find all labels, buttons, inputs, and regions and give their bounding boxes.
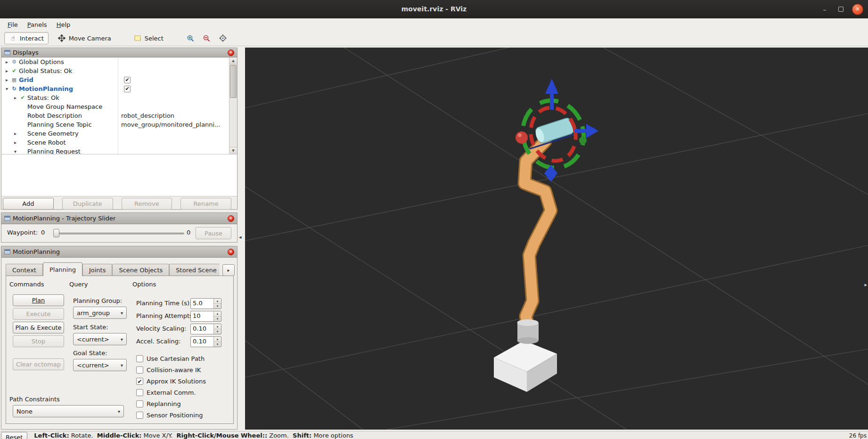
planning-attempts-spinbox[interactable]: 10▴▾: [190, 311, 221, 322]
menu-item-panels[interactable]: Panels: [23, 20, 52, 30]
spin-down-button[interactable]: ▾: [214, 342, 221, 347]
tab-stored-scene[interactable]: Stored Scene: [169, 264, 220, 276]
external-comm-checkbox[interactable]: [136, 389, 143, 396]
replanning-checkbox[interactable]: [136, 400, 143, 407]
duplicate-button[interactable]: Duplicate: [62, 198, 113, 210]
menu-item-file[interactable]: File: [3, 20, 23, 30]
expander-icon[interactable]: ▸: [12, 129, 19, 138]
interact-tool-button[interactable]: ☝ Interact: [4, 32, 49, 44]
expander-icon[interactable]: ▸: [12, 93, 19, 102]
use-cartesian-path-checkbox[interactable]: [136, 355, 143, 362]
marker-handle-green-sphere[interactable]: [579, 137, 587, 144]
reset-button[interactable]: Reset: [1, 432, 27, 439]
spin-up-button[interactable]: ▴: [214, 324, 221, 329]
clear-octomap-button[interactable]: Clear octomap: [13, 358, 64, 370]
marker-handle-red-sphere[interactable]: [516, 131, 528, 144]
arrow-right-head[interactable]: [586, 124, 598, 138]
zoom-in-tool-button[interactable]: [185, 33, 197, 44]
tree-row[interactable]: ▸Scene Geometry: [1, 129, 229, 138]
arrow-up-head[interactable]: [545, 79, 558, 94]
splitter-right-arrow[interactable]: ▸: [864, 282, 867, 288]
spin-up-button[interactable]: ▴: [214, 337, 221, 342]
tab-joints[interactable]: Joints: [82, 264, 113, 276]
arrow-up-shaft[interactable]: [550, 93, 554, 110]
expander-icon[interactable]: ▸: [3, 57, 10, 66]
trajectory-slider[interactable]: [53, 228, 184, 238]
spin-down-button[interactable]: ▾: [214, 329, 221, 334]
tree-row-value[interactable]: robot_description: [121, 111, 174, 120]
add-button[interactable]: Add: [3, 198, 54, 210]
display-enabled-checkbox[interactable]: ✔: [124, 86, 131, 92]
sensor-positioning-checkbox[interactable]: [136, 412, 143, 419]
tab-context[interactable]: Context: [6, 264, 43, 276]
planning-time-s-spinbox[interactable]: 5.0▴▾: [190, 298, 221, 309]
tree-row[interactable]: ▸Scene Robot: [1, 138, 229, 147]
arrow-right-shaft[interactable]: [575, 129, 587, 133]
expander-icon[interactable]: ▸: [3, 66, 10, 75]
tree-row[interactable]: ▸▦Grid✔: [1, 75, 229, 84]
tree-row[interactable]: ▸✔Global Status: Ok: [1, 66, 229, 75]
scroll-down-button[interactable]: ▼: [229, 147, 237, 154]
tree-row[interactable]: Move Group Namespace: [1, 102, 229, 111]
tree-row[interactable]: ▸✔Status: Ok: [1, 93, 229, 102]
select-tool-button[interactable]: Select: [129, 32, 168, 44]
panel-close-button[interactable]: ✕: [228, 215, 234, 222]
zoom-out-tool-button[interactable]: [201, 33, 213, 44]
spin-down-button[interactable]: ▾: [214, 304, 221, 309]
tree-row[interactable]: ▾Planning Request: [1, 147, 229, 154]
planning-group-select[interactable]: arm_group▾: [73, 307, 127, 319]
tree-row[interactable]: ▾↻MotionPlanning✔: [1, 84, 229, 93]
menu-item-help[interactable]: Help: [52, 20, 75, 30]
motion-planning-panel-header[interactable]: MotionPlanning ✕: [1, 246, 237, 258]
start-state-select[interactable]: <current>▾: [73, 333, 127, 345]
expander-icon[interactable]: ▸: [12, 138, 19, 147]
spin-up-button[interactable]: ▴: [214, 311, 221, 317]
close-window-button[interactable]: ✕: [852, 4, 863, 15]
plan-button[interactable]: Plan: [13, 294, 64, 306]
tree-row[interactable]: Planning Scene Topicmove_group/monitored…: [1, 120, 229, 129]
tab-scene-objects[interactable]: Scene Objects: [112, 264, 169, 276]
3d-scene-canvas[interactable]: [245, 48, 868, 430]
pause-button[interactable]: Pause: [196, 227, 231, 239]
accel-scaling-label: Accel. Scaling:: [136, 338, 180, 345]
tab-scroll-right-button[interactable]: ▸: [222, 264, 235, 276]
expander-icon[interactable]: ▾: [12, 147, 19, 154]
slider-track[interactable]: [53, 233, 184, 235]
focus-camera-tool-button[interactable]: [217, 33, 229, 44]
tree-row-value[interactable]: move_group/monitored_planni...: [121, 120, 221, 129]
trajectory-panel-header[interactable]: MotionPlanning - Trajectory Slider ✕: [1, 213, 237, 224]
goal-state-select[interactable]: <current>▾: [73, 359, 127, 371]
tab-planning[interactable]: Planning: [43, 262, 82, 276]
minimize-button[interactable]: –: [820, 5, 829, 14]
menubar: FilePanelsHelp: [0, 18, 868, 31]
panel-close-button[interactable]: ✕: [228, 49, 234, 56]
panel-close-button[interactable]: ✕: [228, 249, 234, 255]
plan-execute-button[interactable]: Plan & Execute: [13, 322, 64, 333]
scroll-up-button[interactable]: ▲: [229, 57, 237, 65]
rename-button[interactable]: Rename: [180, 198, 231, 210]
splitter-left-arrow[interactable]: ◂: [239, 234, 242, 241]
velocity-scaling-spinbox[interactable]: 0.10▴▾: [190, 324, 221, 334]
approx-ik-solutions-checkbox[interactable]: ✔: [136, 378, 143, 385]
collision-aware-ik-checkbox[interactable]: [136, 366, 143, 374]
tree-row[interactable]: Robot Descriptionrobot_description: [1, 111, 229, 120]
stop-button[interactable]: Stop: [13, 335, 64, 347]
spin-up-button[interactable]: ▴: [214, 299, 221, 304]
accel-scaling-spinbox[interactable]: 0.10▴▾: [190, 336, 221, 347]
display-enabled-checkbox[interactable]: ✔: [124, 77, 131, 83]
spin-down-button[interactable]: ▾: [214, 317, 221, 321]
tree-scrollbar[interactable]: ▲ ▼: [229, 57, 237, 154]
maximize-button[interactable]: [836, 5, 845, 14]
slider-handle[interactable]: [53, 229, 59, 237]
3d-viewport[interactable]: ▸: [245, 48, 868, 430]
scroll-thumb[interactable]: [230, 65, 237, 98]
remove-button[interactable]: Remove: [122, 198, 172, 210]
move-camera-tool-button[interactable]: Move Camera: [53, 32, 116, 44]
path-constraints-select[interactable]: None ▾: [13, 405, 124, 417]
tree-row[interactable]: ▸⚙Global Options: [1, 57, 229, 66]
titlebar[interactable]: moveit.rviz - RViz – ✕: [0, 0, 868, 18]
displays-panel-header[interactable]: Displays ✕: [1, 48, 237, 57]
execute-button[interactable]: Execute: [13, 308, 64, 320]
expander-icon[interactable]: ▾: [3, 84, 10, 93]
expander-icon[interactable]: ▸: [3, 75, 10, 84]
